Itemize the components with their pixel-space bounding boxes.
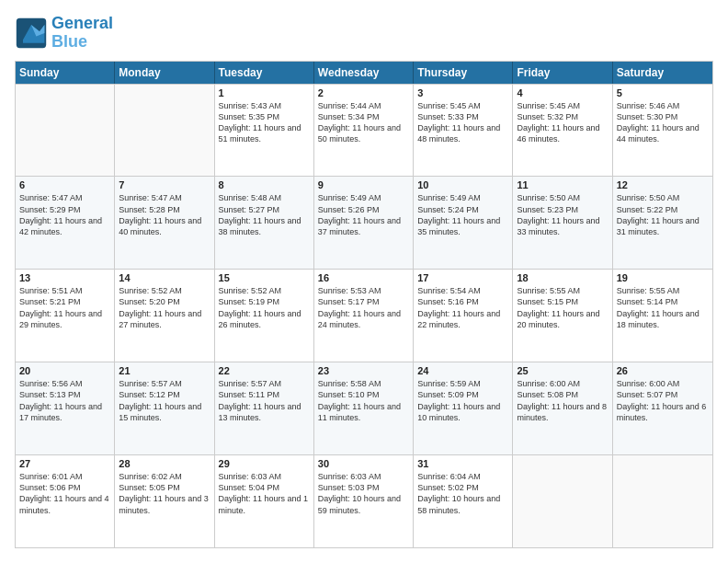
day-cell-11: 11 Sunrise: 5:50 AMSunset: 5:23 PMDaylig…: [513, 177, 612, 269]
header: General Blue: [15, 15, 713, 52]
day-number: 19: [617, 272, 709, 283]
calendar-week-2: 6 Sunrise: 5:47 AMSunset: 5:29 PMDayligh…: [16, 176, 712, 269]
day-cell-5: 5 Sunrise: 5:46 AMSunset: 5:30 PMDayligh…: [613, 85, 712, 177]
day-detail: Sunrise: 6:00 AMSunset: 5:07 PMDaylight:…: [617, 378, 709, 423]
day-detail: Sunrise: 6:04 AMSunset: 5:02 PMDaylight:…: [417, 471, 508, 516]
day-cell-25: 25 Sunrise: 6:00 AMSunset: 5:08 PMDaylig…: [513, 362, 612, 454]
header-day-monday: Monday: [115, 62, 214, 84]
day-cell-28: 28 Sunrise: 6:02 AMSunset: 5:05 PMDaylig…: [115, 455, 214, 547]
day-detail: Sunrise: 6:01 AMSunset: 5:06 PMDaylight:…: [19, 471, 110, 516]
day-number: 3: [417, 87, 508, 98]
calendar-body: 1 Sunrise: 5:43 AMSunset: 5:35 PMDayligh…: [16, 84, 712, 547]
day-detail: Sunrise: 5:57 AMSunset: 5:11 PMDaylight:…: [219, 378, 310, 423]
header-day-sunday: Sunday: [16, 62, 115, 84]
day-detail: Sunrise: 5:59 AMSunset: 5:09 PMDaylight:…: [417, 378, 508, 423]
day-cell-10: 10 Sunrise: 5:49 AMSunset: 5:24 PMDaylig…: [414, 177, 513, 269]
day-cell-12: 12 Sunrise: 5:50 AMSunset: 5:22 PMDaylig…: [613, 177, 712, 269]
day-cell-31: 31 Sunrise: 6:04 AMSunset: 5:02 PMDaylig…: [414, 455, 513, 547]
day-detail: Sunrise: 5:45 AMSunset: 5:32 PMDaylight:…: [517, 100, 608, 145]
day-number: 20: [19, 365, 110, 376]
day-cell-14: 14 Sunrise: 5:52 AMSunset: 5:20 PMDaylig…: [115, 270, 214, 362]
day-detail: Sunrise: 5:53 AMSunset: 5:17 PMDaylight:…: [318, 285, 409, 330]
day-number: 21: [119, 365, 210, 376]
day-number: 7: [119, 179, 210, 190]
day-number: 15: [219, 272, 310, 283]
day-number: 30: [318, 458, 409, 469]
day-number: 17: [417, 272, 508, 283]
page: General Blue SundayMondayTuesdayWednesda…: [0, 0, 728, 563]
day-detail: Sunrise: 5:58 AMSunset: 5:10 PMDaylight:…: [318, 378, 409, 423]
day-detail: Sunrise: 5:47 AMSunset: 5:28 PMDaylight:…: [119, 192, 210, 237]
day-detail: Sunrise: 5:47 AMSunset: 5:29 PMDaylight:…: [19, 192, 110, 237]
day-detail: Sunrise: 5:55 AMSunset: 5:15 PMDaylight:…: [517, 285, 608, 330]
header-day-friday: Friday: [513, 62, 612, 84]
logo-icon: [15, 17, 48, 50]
day-cell-8: 8 Sunrise: 5:48 AMSunset: 5:27 PMDayligh…: [215, 177, 314, 269]
day-cell-21: 21 Sunrise: 5:57 AMSunset: 5:12 PMDaylig…: [115, 362, 214, 454]
day-number: 16: [318, 272, 409, 283]
day-number: 6: [19, 179, 110, 190]
empty-cell: [115, 85, 214, 177]
day-cell-7: 7 Sunrise: 5:47 AMSunset: 5:28 PMDayligh…: [115, 177, 214, 269]
day-number: 22: [219, 365, 310, 376]
day-cell-19: 19 Sunrise: 5:55 AMSunset: 5:14 PMDaylig…: [613, 270, 712, 362]
day-detail: Sunrise: 5:50 AMSunset: 5:22 PMDaylight:…: [617, 192, 709, 237]
calendar-week-5: 27 Sunrise: 6:01 AMSunset: 5:06 PMDaylig…: [16, 454, 712, 547]
day-cell-17: 17 Sunrise: 5:54 AMSunset: 5:16 PMDaylig…: [414, 270, 513, 362]
day-number: 14: [119, 272, 210, 283]
day-number: 18: [517, 272, 608, 283]
day-cell-27: 27 Sunrise: 6:01 AMSunset: 5:06 PMDaylig…: [16, 455, 115, 547]
day-number: 29: [219, 458, 310, 469]
day-number: 27: [19, 458, 110, 469]
day-cell-6: 6 Sunrise: 5:47 AMSunset: 5:29 PMDayligh…: [16, 177, 115, 269]
day-detail: Sunrise: 6:00 AMSunset: 5:08 PMDaylight:…: [517, 378, 608, 423]
day-number: 8: [219, 179, 310, 190]
day-number: 2: [318, 87, 409, 98]
day-detail: Sunrise: 5:44 AMSunset: 5:34 PMDaylight:…: [318, 100, 409, 145]
day-number: 24: [417, 365, 508, 376]
day-number: 12: [617, 179, 709, 190]
day-cell-9: 9 Sunrise: 5:49 AMSunset: 5:26 PMDayligh…: [314, 177, 414, 269]
day-cell-13: 13 Sunrise: 5:51 AMSunset: 5:21 PMDaylig…: [16, 270, 115, 362]
day-cell-2: 2 Sunrise: 5:44 AMSunset: 5:34 PMDayligh…: [314, 85, 414, 177]
day-number: 13: [19, 272, 110, 283]
day-cell-24: 24 Sunrise: 5:59 AMSunset: 5:09 PMDaylig…: [414, 362, 513, 454]
calendar-week-3: 13 Sunrise: 5:51 AMSunset: 5:21 PMDaylig…: [16, 269, 712, 362]
empty-cell: [613, 455, 712, 547]
day-number: 31: [417, 458, 508, 469]
day-detail: Sunrise: 6:03 AMSunset: 5:04 PMDaylight:…: [219, 471, 310, 516]
day-number: 9: [318, 179, 409, 190]
calendar-week-1: 1 Sunrise: 5:43 AMSunset: 5:35 PMDayligh…: [16, 84, 712, 177]
day-cell-26: 26 Sunrise: 6:00 AMSunset: 5:07 PMDaylig…: [613, 362, 712, 454]
day-detail: Sunrise: 5:43 AMSunset: 5:35 PMDaylight:…: [219, 100, 310, 145]
calendar-week-4: 20 Sunrise: 5:56 AMSunset: 5:13 PMDaylig…: [16, 362, 712, 454]
day-detail: Sunrise: 5:49 AMSunset: 5:26 PMDaylight:…: [318, 192, 409, 237]
day-number: 11: [517, 179, 608, 190]
day-detail: Sunrise: 5:50 AMSunset: 5:23 PMDaylight:…: [517, 192, 608, 237]
day-number: 26: [617, 365, 709, 376]
day-detail: Sunrise: 5:51 AMSunset: 5:21 PMDaylight:…: [19, 285, 110, 330]
day-number: 1: [219, 87, 310, 98]
day-detail: Sunrise: 5:46 AMSunset: 5:30 PMDaylight:…: [617, 100, 709, 145]
header-day-tuesday: Tuesday: [215, 62, 314, 84]
day-cell-16: 16 Sunrise: 5:53 AMSunset: 5:17 PMDaylig…: [314, 270, 414, 362]
header-day-thursday: Thursday: [414, 62, 513, 84]
day-cell-29: 29 Sunrise: 6:03 AMSunset: 5:04 PMDaylig…: [215, 455, 314, 547]
day-detail: Sunrise: 5:52 AMSunset: 5:20 PMDaylight:…: [119, 285, 210, 330]
day-cell-22: 22 Sunrise: 5:57 AMSunset: 5:11 PMDaylig…: [215, 362, 314, 454]
logo: General Blue: [15, 15, 113, 52]
header-day-saturday: Saturday: [613, 62, 712, 84]
day-number: 5: [617, 87, 709, 98]
day-number: 4: [517, 87, 608, 98]
day-cell-15: 15 Sunrise: 5:52 AMSunset: 5:19 PMDaylig…: [215, 270, 314, 362]
day-detail: Sunrise: 6:03 AMSunset: 5:03 PMDaylight:…: [318, 471, 409, 516]
calendar-header: SundayMondayTuesdayWednesdayThursdayFrid…: [16, 62, 712, 84]
calendar: SundayMondayTuesdayWednesdayThursdayFrid…: [15, 61, 713, 548]
day-detail: Sunrise: 5:54 AMSunset: 5:16 PMDaylight:…: [417, 285, 508, 330]
day-detail: Sunrise: 5:56 AMSunset: 5:13 PMDaylight:…: [19, 378, 110, 423]
empty-cell: [513, 455, 612, 547]
day-number: 25: [517, 365, 608, 376]
day-cell-18: 18 Sunrise: 5:55 AMSunset: 5:15 PMDaylig…: [513, 270, 612, 362]
day-detail: Sunrise: 5:57 AMSunset: 5:12 PMDaylight:…: [119, 378, 210, 423]
day-cell-1: 1 Sunrise: 5:43 AMSunset: 5:35 PMDayligh…: [215, 85, 314, 177]
